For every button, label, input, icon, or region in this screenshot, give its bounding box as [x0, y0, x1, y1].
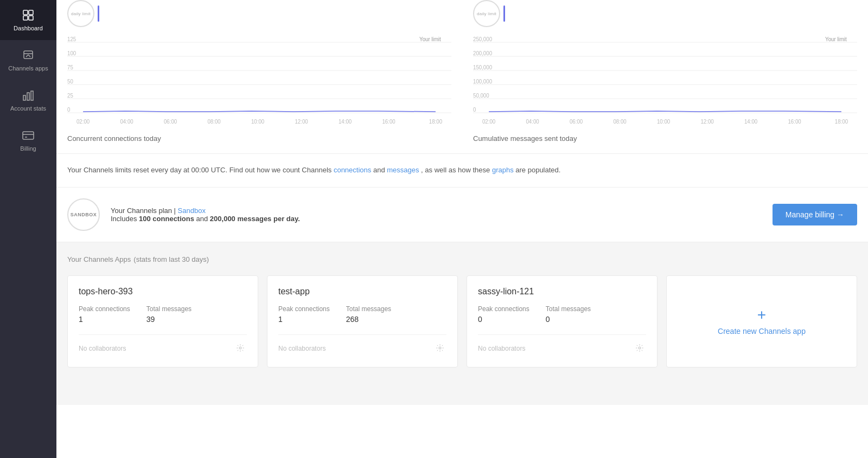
- app-card-1-settings-button[interactable]: [433, 341, 446, 356]
- svg-text:06:00: 06:00: [164, 119, 177, 125]
- app-card-0-messages-label: Total messages: [146, 305, 192, 313]
- app-card-2-peak: Peak connections 0: [478, 305, 529, 324]
- credit-card-icon: [22, 129, 35, 142]
- app-card-0-collaborators: No collaborators: [79, 345, 126, 352]
- svg-rect-3: [29, 16, 33, 20]
- right-daily-limit-label: daily limit: [477, 11, 496, 16]
- apps-section: Your Channels Apps (stats from last 30 d…: [56, 242, 868, 405]
- app-card-2-peak-label: Peak connections: [478, 305, 529, 313]
- app-card-1-peak-label: Peak connections: [278, 305, 330, 313]
- left-daily-limit-label: daily limit: [71, 11, 91, 16]
- svg-text:50,000: 50,000: [473, 93, 489, 99]
- app-card-0-name: tops-hero-393: [79, 287, 247, 296]
- svg-text:10:00: 10:00: [657, 119, 671, 125]
- svg-rect-1: [29, 10, 33, 15]
- svg-text:Your limit: Your limit: [825, 36, 847, 42]
- create-app-card[interactable]: + Create new Channels app: [666, 275, 857, 367]
- plan-text: Your Channels plan | Sandbox Includes 10…: [111, 207, 762, 223]
- messages-link[interactable]: messages: [387, 166, 419, 174]
- right-chart-svg: Your limit 250,000 200,000 150,000 100,0…: [473, 31, 857, 129]
- svg-line-7: [28, 55, 30, 57]
- plan-text-label: Your Channels plan |: [111, 207, 176, 215]
- svg-text:16:00: 16:00: [382, 119, 395, 125]
- sidebar-item-dashboard-label: Dashboard: [14, 25, 43, 31]
- svg-text:200,000: 200,000: [473, 50, 493, 56]
- left-badge-bar: [98, 5, 99, 22]
- app-card-2[interactable]: sassy-lion-121 Peak connections 0 Total …: [467, 275, 658, 367]
- sidebar-item-channels-apps[interactable]: Channels apps: [0, 40, 56, 80]
- apps-section-title: Your Channels Apps (stats from last 30 d…: [67, 253, 857, 265]
- sidebar-item-dashboard[interactable]: Dashboard: [0, 0, 56, 40]
- svg-text:125: 125: [67, 36, 76, 42]
- svg-rect-0: [23, 10, 28, 15]
- app-card-1[interactable]: test-app Peak connections 1 Total messag…: [267, 275, 458, 367]
- svg-rect-8: [23, 95, 25, 100]
- svg-text:18:00: 18:00: [429, 119, 443, 125]
- svg-text:100,000: 100,000: [473, 79, 493, 85]
- app-card-1-name: test-app: [278, 287, 446, 296]
- apps-grid: tops-hero-393 Peak connections 1 Total m…: [67, 275, 857, 367]
- app-card-0-peak-value: 1: [79, 315, 130, 324]
- app-card-0-stats: Peak connections 1 Total messages 39: [79, 305, 247, 324]
- graphs-link[interactable]: graphs: [492, 166, 514, 174]
- sidebar-item-account-stats[interactable]: Account stats: [0, 80, 56, 120]
- svg-line-6: [26, 55, 28, 57]
- app-card-0[interactable]: tops-hero-393 Peak connections 1 Total m…: [67, 275, 258, 367]
- connections-count: 100 connections: [139, 215, 194, 223]
- svg-text:250,000: 250,000: [473, 36, 493, 42]
- app-card-2-peak-value: 0: [478, 315, 529, 324]
- upload-icon: [22, 49, 35, 62]
- svg-text:08:00: 08:00: [613, 119, 627, 125]
- svg-text:12:00: 12:00: [700, 119, 714, 125]
- svg-point-59: [439, 347, 441, 349]
- sidebar-item-billing[interactable]: Billing: [0, 120, 56, 160]
- app-card-2-footer: No collaborators: [478, 334, 646, 356]
- charts-row: daily limit Your limit: [67, 0, 857, 143]
- svg-rect-10: [31, 91, 33, 100]
- app-card-2-settings-button[interactable]: [633, 341, 646, 356]
- right-badge-circle: daily limit: [473, 0, 500, 27]
- svg-point-60: [639, 347, 641, 349]
- left-chart-svg: Your limit 125 100 75 50 25: [67, 31, 451, 129]
- app-card-0-settings-button[interactable]: [234, 341, 247, 356]
- app-card-2-messages: Total messages 0: [546, 305, 591, 324]
- connections-link[interactable]: connections: [334, 166, 371, 174]
- app-card-2-stats: Peak connections 0 Total messages 0: [478, 305, 646, 324]
- svg-rect-11: [23, 132, 34, 139]
- svg-text:12:00: 12:00: [295, 119, 308, 125]
- svg-text:16:00: 16:00: [788, 119, 801, 125]
- plan-section: SANDBOX Your Channels plan | Sandbox Inc…: [56, 188, 868, 242]
- apps-title: Your Channels Apps: [67, 255, 131, 263]
- plan-info-line: Your Channels plan | Sandbox: [111, 207, 762, 215]
- sandbox-badge-text: SANDBOX: [71, 212, 97, 217]
- app-card-2-collaborators: No collaborators: [478, 345, 525, 352]
- left-badge-circle: daily limit: [67, 0, 94, 27]
- app-card-1-footer: No collaborators: [278, 334, 446, 356]
- left-chart-title: Concurrent connections today: [67, 134, 451, 143]
- svg-text:08:00: 08:00: [207, 119, 221, 125]
- app-card-1-collaborators: No collaborators: [278, 345, 326, 352]
- app-card-1-messages-value: 268: [346, 315, 391, 324]
- left-chart-area: Your limit 125 100 75 50 25: [67, 31, 451, 129]
- gear-icon: [635, 344, 644, 352]
- right-chart-area: Your limit 250,000 200,000 150,000 100,0…: [473, 31, 857, 129]
- svg-rect-2: [23, 16, 28, 20]
- app-card-0-footer: No collaborators: [79, 334, 247, 356]
- svg-text:02:00: 02:00: [482, 119, 496, 125]
- app-card-0-messages: Total messages 39: [146, 305, 192, 324]
- manage-billing-button[interactable]: Manage billing →: [773, 204, 857, 225]
- app-card-2-messages-value: 0: [546, 315, 591, 324]
- app-card-1-stats: Peak connections 1 Total messages 268: [278, 305, 446, 324]
- create-app-label: Create new Channels app: [718, 327, 806, 336]
- svg-text:150,000: 150,000: [473, 64, 493, 70]
- messages-count: 200,000 messages per day.: [210, 215, 300, 223]
- apps-subtitle: (stats from last 30 days): [133, 255, 209, 263]
- includes-text: Includes: [111, 215, 137, 223]
- app-card-1-messages-label: Total messages: [346, 305, 391, 313]
- plan-name-link[interactable]: Sandbox: [178, 207, 206, 215]
- svg-text:18:00: 18:00: [835, 119, 848, 125]
- left-daily-limit-badge: daily limit: [67, 0, 451, 27]
- app-card-2-messages-label: Total messages: [546, 305, 591, 313]
- app-card-1-peak: Peak connections 1: [278, 305, 330, 324]
- main-content: daily limit Your limit: [56, 0, 868, 458]
